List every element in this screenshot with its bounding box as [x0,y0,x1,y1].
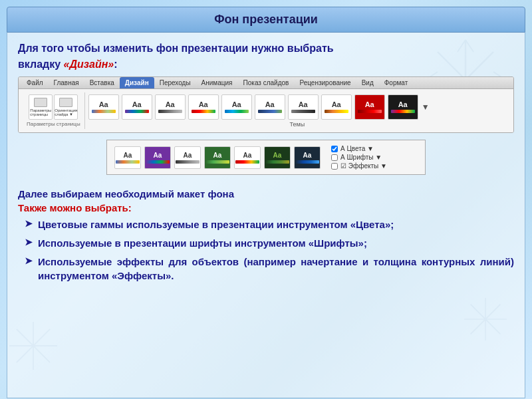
bullet-text-3: Используемые эффекты для объектов (напри… [38,255,514,284]
page-setup-label: Параметры страницы [27,121,80,127]
theme-3[interactable]: Aa [155,94,186,120]
tab-transitions[interactable]: Переходы [154,77,196,88]
intro-line2-plain: вкладку [18,59,64,70]
bullet-arrow-1: ➤ [25,218,33,229]
intro-line1: Для того чтобы изменить фон презентации … [18,43,334,54]
themes-dropdown-arrow[interactable]: ▼ [422,102,430,112]
ribbon-page-setup: Параметрыстраницы Ориентацияслайда ▼ Пар… [23,92,85,129]
theme-picker-5[interactable]: Aa [234,146,261,169]
intro-line2-end: : [114,59,117,70]
effects-item[interactable]: ☑ Эффекты ▼ [329,162,390,170]
tab-insert[interactable]: Вставка [84,77,120,88]
bullet-arrow-2: ➤ [25,237,33,247]
theme-7[interactable]: Aa [288,94,319,120]
content-area: Для того чтобы изменить фон презентации … [7,33,525,398]
effects-label: ☑ Эффекты ▼ [340,162,387,170]
title-bar: Фон презентации [7,7,525,33]
second-ribbon: Aa Aa Aa Aa Aa [106,140,426,175]
bullet-item-3: ➤ Используемые эффекты для объектов (нап… [25,255,514,284]
bullet-item-2: ➤ Используемые в презентации шрифты инст… [25,236,514,251]
side-panel: А Цвета ▼ А Шрифты ▼ ☑ Эффекты ▼ [329,144,390,170]
intro-highlight: «Дизайн» [64,59,114,70]
fonts-label: А Шрифты ▼ [340,154,382,161]
theme-1[interactable]: Aa [88,94,119,120]
main-container: Фон презентации Для того чтобы изменить … [7,7,525,398]
bullet-text-2: Используемые в презентации шрифты инстру… [38,236,514,251]
bullet-text-1: Цветовые гаммы используемые в презентаци… [38,217,514,232]
theme-picker-7[interactable]: Aa [294,146,321,169]
theme-6[interactable]: Aa [255,94,285,120]
ribbon-body: Параметрыстраницы Ориентацияслайда ▼ Пар… [19,89,513,132]
page-title: Фон презентации [214,13,318,26]
theme-4[interactable]: Aa [188,94,219,120]
colors-label: А Цвета ▼ [340,145,374,152]
bullet-list: ➤ Цветовые гаммы используемые в презента… [18,217,514,283]
page-setup-button[interactable]: Параметрыстраницы [29,94,53,120]
fonts-checkbox[interactable] [331,154,338,161]
section-text: Далее выбираем необходимый макет фона [18,188,514,200]
intro-paragraph: Для того чтобы изменить фон презентации … [18,41,514,72]
colors-checkbox[interactable] [331,146,338,152]
tab-home[interactable]: Главная [49,77,84,88]
theme-5[interactable]: Aa [221,94,252,120]
also-text: Также можно выбрать: [18,202,514,213]
colors-item[interactable]: А Цвета ▼ [329,144,376,153]
theme-picker-3[interactable]: Aa [174,146,201,169]
theme-red[interactable]: Aa [354,94,385,120]
tab-review[interactable]: Рецензирование [294,77,356,88]
theme-8[interactable]: Aa [321,94,352,120]
tab-slideshow[interactable]: Показ слайдов [238,77,295,88]
slide-orientation-button[interactable]: Ориентацияслайда ▼ [54,94,78,120]
tab-design[interactable]: Дизайн [120,77,154,88]
effects-checkbox[interactable] [331,163,338,170]
theme-picker-wrapper: Aa Aa Aa Aa Aa [18,140,514,182]
theme-picker-2[interactable]: Aa [144,146,171,169]
tab-view[interactable]: Вид [356,77,379,88]
bullet-item-1: ➤ Цветовые гаммы используемые в презента… [25,217,514,232]
themes-label: Темы [88,121,507,128]
ribbon-icon-group: Параметрыстраницы Ориентацияслайда ▼ [29,94,78,120]
fonts-item[interactable]: А Шрифты ▼ [329,153,384,162]
bullet-arrow-3: ➤ [25,255,33,266]
tab-file[interactable]: Файл [21,77,49,88]
tab-animation[interactable]: Анимация [196,77,238,88]
ribbon: Файл Главная Вставка Дизайн Переходы Ани… [18,76,514,133]
theme-picker-1[interactable]: Aa [114,146,141,169]
theme-dark[interactable]: Aa [388,94,418,120]
theme-picker-6[interactable]: Aa [264,146,291,169]
ribbon-tabs: Файл Главная Вставка Дизайн Переходы Ани… [19,77,513,89]
tab-format[interactable]: Формат [379,77,414,88]
themes-section: Aa Aa Aa Aa [85,94,509,128]
themes-row: Aa Aa Aa Aa [88,94,507,120]
theme-picker-4[interactable]: Aa [204,146,231,169]
theme-2[interactable]: Aa [122,94,152,120]
